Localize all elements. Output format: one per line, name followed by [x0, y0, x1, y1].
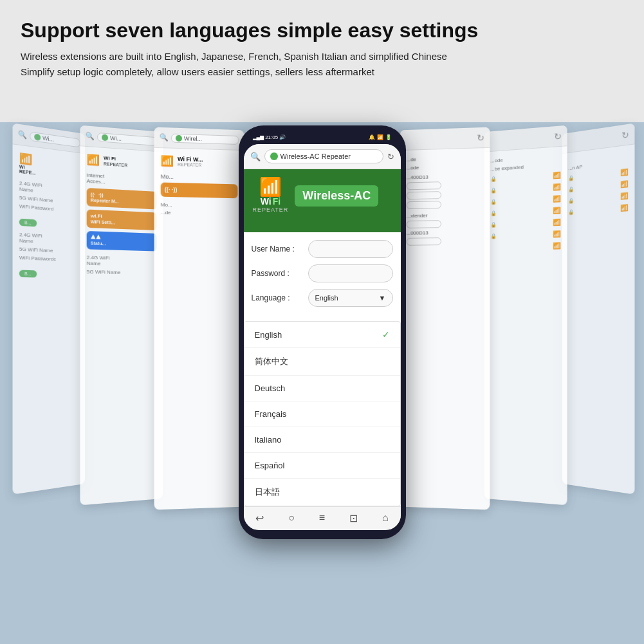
- alarm-icon: 🔔: [369, 134, 375, 140]
- panel-far-right: ↻ ...n AP 🔒 📶 🔒 📶 🔒 📶 🔒 📶: [562, 123, 635, 494]
- repeater-label: REPEATER: [253, 207, 289, 213]
- lang-italian-label: Italiano: [255, 435, 282, 445]
- panel-btn-left2[interactable]: B...: [19, 270, 37, 278]
- password-input[interactable]: [308, 264, 393, 282]
- dropdown-arrow: ▼: [379, 294, 386, 302]
- refresh-icon[interactable]: ↻: [387, 152, 394, 161]
- phone: ▂▄▆ 21:05 🔊 🔔 📶 🔋 🔍 Wireless-AC Repeater…: [239, 125, 406, 539]
- panel-near-left: 🔍 Wirel... 📶 Wi Fi W... REPEATER Mo... (…: [154, 127, 244, 510]
- login-form: User Name : Password : Language : Englis…: [244, 232, 401, 321]
- network-type: 🔊: [279, 134, 286, 140]
- lang-spanish[interactable]: Español: [244, 453, 400, 479]
- panel-btn-left[interactable]: B...: [19, 219, 37, 227]
- search-icon-nl: 🔍: [160, 133, 169, 142]
- lang-chinese[interactable]: 简体中文: [244, 348, 400, 376]
- lang-japanese[interactable]: 日本語: [244, 479, 400, 506]
- wireless-ac-badge: Wireless-AC: [295, 185, 378, 207]
- panel-far-left: 🔍 Wi... 📶 WiREPE... 2.4G WiFiName 5G WiF…: [13, 123, 86, 494]
- square-button[interactable]: ⊡: [349, 512, 358, 524]
- home-button[interactable]: ⌂: [382, 512, 389, 524]
- search-icon-ml: 🔍: [86, 131, 95, 140]
- battery-icon: 🔋: [385, 134, 392, 140]
- fi-text: Fi: [273, 196, 281, 207]
- lang-spanish-label: Español: [255, 461, 285, 470]
- search-icon: 🔍: [250, 152, 261, 161]
- username-label: User Name :: [252, 244, 303, 253]
- menu-button[interactable]: ≡: [319, 512, 325, 524]
- wifi-fi-text: Wi Fi: [261, 196, 281, 207]
- language-label: Language :: [252, 293, 303, 302]
- language-select[interactable]: English ▼: [308, 289, 393, 307]
- lang-german[interactable]: Deutsch: [244, 376, 400, 401]
- phone-status-right: 🔔 📶 🔋: [369, 134, 392, 140]
- back-button[interactable]: ↩: [255, 512, 264, 524]
- language-value: English: [315, 294, 338, 302]
- search-icon: 🔍: [18, 130, 27, 140]
- lang-english[interactable]: English ✓: [244, 322, 400, 348]
- status-time: 21:05: [265, 134, 278, 140]
- lang-french-label: Français: [255, 409, 287, 419]
- subtext-line2: Simplify setup logic completely, allow u…: [21, 64, 623, 79]
- lang-english-label: English: [255, 330, 282, 340]
- lang-german-label: Deutsch: [255, 383, 286, 393]
- username-row: User Name :: [252, 240, 393, 258]
- panel-mid-left: 🔍 Wi... 📶 Wi FiREPEATER InternetAcces...…: [80, 125, 163, 506]
- wi-text: Wi: [261, 196, 271, 207]
- panel-near-right: ↻ ...de ...ode ...400D13 ...xtender ...0…: [400, 127, 490, 510]
- phone-url-bar[interactable]: Wireless-AC Repeater: [264, 149, 383, 163]
- signal-bars: ▂▄▆: [253, 134, 264, 140]
- lang-french[interactable]: Français: [244, 401, 400, 427]
- wifi-status-icon: 📶: [377, 134, 383, 140]
- app-header: 📶 Wi Fi REPEATER Wireless-AC: [253, 178, 392, 213]
- lang-chinese-label: 简体中文: [255, 356, 288, 367]
- panel-mid-right: ↻ ...ode ...be expanded 🔒 📶 🔒 📶 🔒 📶 🔒 📶: [484, 125, 567, 506]
- phone-screen: 🔍 Wireless-AC Repeater ↻ 📶 Wi Fi: [244, 144, 401, 530]
- lang-japanese-label: 日本語: [255, 486, 280, 498]
- phone-app-header-area: 📶 Wi Fi REPEATER Wireless-AC: [244, 169, 401, 232]
- phone-status-left: ▂▄▆ 21:05 🔊: [253, 134, 286, 140]
- phone-status-bar: ▂▄▆ 21:05 🔊 🔔 📶 🔋: [244, 134, 401, 144]
- wifi-large-icon: 📶: [259, 178, 282, 196]
- subtext-line1: Wireless extensions are built into Engli…: [21, 49, 623, 64]
- check-icon-english: ✓: [382, 329, 390, 340]
- lang-italian[interactable]: Italiano: [244, 427, 400, 453]
- password-row: Password :: [252, 264, 393, 282]
- password-label: Password :: [252, 269, 303, 278]
- main-heading: Support seven languages simple easy sett…: [21, 18, 623, 42]
- language-row: Language : English ▼: [252, 289, 393, 307]
- phone-browser-bar[interactable]: 🔍 Wireless-AC Repeater ↻: [244, 144, 401, 169]
- language-dropdown: English ✓ 简体中文 Deutsch Français Italiano…: [244, 321, 401, 506]
- url-text: Wireless-AC Repeater: [281, 152, 351, 160]
- phone-nav-bar: ↩ ○ ≡ ⊡ ⌂: [244, 506, 401, 529]
- username-input[interactable]: [308, 240, 393, 258]
- home-search-button[interactable]: ○: [288, 512, 295, 524]
- security-shield: [270, 152, 278, 160]
- wifi-logo: 📶 Wi Fi REPEATER: [253, 178, 289, 213]
